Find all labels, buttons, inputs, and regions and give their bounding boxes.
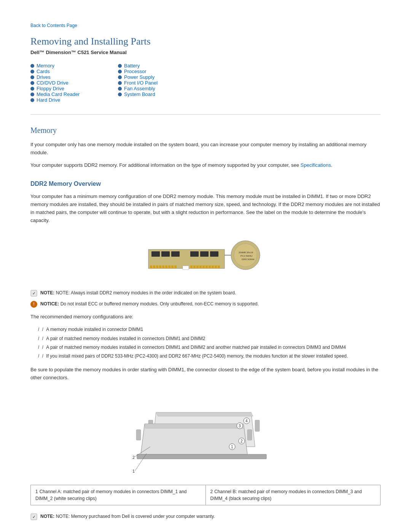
config-list-item: lA pair of matched memory modules instal… xyxy=(38,343,381,352)
svg-text:✓: ✓ xyxy=(32,291,35,296)
nav-bullet xyxy=(118,93,122,96)
nav-bullet xyxy=(30,70,34,73)
svg-rect-20 xyxy=(218,265,220,268)
config-intro: The recommended memory configurations ar… xyxy=(30,313,381,321)
nav-bullet xyxy=(118,70,122,73)
nav-link[interactable]: Memory xyxy=(37,63,54,69)
populate-para: Be sure to populate the memory modules i… xyxy=(30,366,381,382)
svg-rect-3 xyxy=(153,265,155,268)
nav-link[interactable]: Cards xyxy=(37,69,50,74)
svg-rect-14 xyxy=(199,265,202,268)
note2-box: ✓ NOTE: NOTE: Memory purchased from Dell… xyxy=(30,513,381,520)
svg-rect-5 xyxy=(159,265,161,268)
config-list-item: lA pair of matched memory modules instal… xyxy=(38,334,381,343)
nav-col1: MemoryCardsDrivesCD/DVD DriveFloppy Driv… xyxy=(30,63,107,103)
nav-link[interactable]: Power Supply xyxy=(124,74,155,80)
nav-link[interactable]: Fan Assembly xyxy=(124,86,155,91)
memory-module-image: 256MB 2Rx16 PC2-5300U DDR2 SDRAM xyxy=(30,232,381,282)
svg-text:1: 1 xyxy=(231,445,233,449)
svg-rect-18 xyxy=(212,265,214,268)
note1-text: NOTE: NOTE: Always install DDR2 memory m… xyxy=(40,289,236,296)
nav-bullet xyxy=(118,75,122,79)
nav-item: Processor xyxy=(118,69,194,74)
nav-bullet xyxy=(30,93,34,96)
config-list-item: lIf you install mixed pairs of DDR2 533-… xyxy=(38,352,381,361)
nav-link[interactable]: CD/DVD Drive xyxy=(37,80,68,86)
nav-item: Media Card Reader xyxy=(30,91,107,97)
memory-para2-text: Your computer supports DDR2 memory. For … xyxy=(30,162,301,168)
svg-rect-9 xyxy=(171,265,174,268)
svg-text:DDR2 SDRAM: DDR2 SDRAM xyxy=(242,258,254,260)
nav-bullet xyxy=(118,81,122,85)
svg-rect-42 xyxy=(136,430,141,440)
notice1-box: ! NOTICE: Do not install ECC or buffered… xyxy=(30,300,381,308)
svg-rect-35 xyxy=(137,454,266,459)
cell-number: 2 xyxy=(210,489,213,494)
svg-rect-26 xyxy=(210,251,218,257)
svg-rect-21 xyxy=(151,251,160,257)
nav-item: Drives xyxy=(30,74,107,80)
svg-rect-10 xyxy=(174,265,177,268)
svg-text:1: 1 xyxy=(132,469,135,473)
nav-bullet xyxy=(30,87,34,91)
nav-bullet xyxy=(30,75,34,79)
svg-rect-6 xyxy=(162,265,164,268)
config-bullet: l xyxy=(42,353,43,360)
divider xyxy=(30,114,381,115)
memory-para1: If your computer only has one memory mod… xyxy=(30,141,381,157)
config-text: A pair of matched memory modules install… xyxy=(46,344,346,351)
svg-text:3: 3 xyxy=(239,424,241,428)
table-cell: 2Channel B: matched pair of memory modul… xyxy=(206,485,381,505)
nav-item: Hard Drive xyxy=(30,97,107,103)
config-list-item: lA memory module installed in connector … xyxy=(38,325,381,334)
page-title: Removing and Installing Parts xyxy=(30,36,381,47)
nav-bullet xyxy=(30,98,34,102)
nav-link[interactable]: Battery xyxy=(124,63,140,69)
ddr2-overview-title: DDR2 Memory Overview xyxy=(30,181,381,187)
note2-icon: ✓ xyxy=(30,513,37,520)
nav-item: Front I/O Panel xyxy=(118,80,194,86)
nav-links-container: MemoryCardsDrivesCD/DVD DriveFloppy Driv… xyxy=(30,63,381,103)
nav-link[interactable]: Media Card Reader xyxy=(37,91,80,97)
memory-para2-end: . xyxy=(331,162,333,168)
svg-rect-24 xyxy=(190,251,199,257)
svg-rect-7 xyxy=(165,265,167,268)
nav-link[interactable]: Processor xyxy=(124,69,147,74)
svg-rect-19 xyxy=(215,265,217,268)
config-bullet: l xyxy=(42,344,43,351)
svg-marker-41 xyxy=(145,424,244,428)
channel-table: 1Channel A: matched pair of memory modul… xyxy=(30,485,381,505)
dimm-diagram: 4 3 2 1 2 1 xyxy=(30,390,381,477)
svg-rect-4 xyxy=(156,265,158,268)
svg-text:PC2-5300U: PC2-5300U xyxy=(241,255,252,257)
memory-section-title: Memory xyxy=(30,126,381,135)
config-text: If you install mixed pairs of DDR2 533-M… xyxy=(46,353,348,360)
notice1-text: NOTICE: Do not install ECC or buffered m… xyxy=(40,300,259,307)
nav-col2: BatteryProcessorPower SupplyFront I/O Pa… xyxy=(118,63,194,103)
svg-rect-43 xyxy=(247,430,252,440)
config-list: lA memory module installed in connector … xyxy=(38,325,381,361)
svg-rect-1 xyxy=(183,266,189,270)
specifications-link[interactable]: Specifications xyxy=(301,162,331,168)
svg-text:256MB 2Rx16: 256MB 2Rx16 xyxy=(239,251,253,254)
svg-rect-2 xyxy=(150,265,152,268)
svg-rect-17 xyxy=(209,265,211,268)
table-cell: 1Channel A: matched pair of memory modul… xyxy=(31,485,206,505)
nav-link[interactable]: Front I/O Panel xyxy=(124,80,158,86)
notice-icon: ! xyxy=(30,301,37,308)
nav-item: Floppy Drive xyxy=(30,86,107,91)
nav-link[interactable]: Drives xyxy=(37,74,51,80)
note2-text: NOTE: NOTE: Memory purchased from Dell i… xyxy=(40,513,215,520)
svg-rect-16 xyxy=(206,265,208,268)
subtitle: Dell™ Dimension™ C521 Service Manual xyxy=(30,50,381,55)
nav-item: Power Supply xyxy=(118,74,194,80)
svg-text:2: 2 xyxy=(241,439,243,443)
nav-bullet xyxy=(118,64,122,68)
nav-link[interactable]: Floppy Drive xyxy=(37,86,64,91)
nav-link[interactable]: System Board xyxy=(124,91,155,97)
back-to-contents-link[interactable]: Back to Contents Page xyxy=(30,23,381,28)
config-text: A memory module installed in connector D… xyxy=(46,326,143,333)
memory-para2: Your computer supports DDR2 memory. For … xyxy=(30,161,381,169)
nav-link[interactable]: Hard Drive xyxy=(37,97,60,103)
nav-item: System Board xyxy=(118,91,194,97)
